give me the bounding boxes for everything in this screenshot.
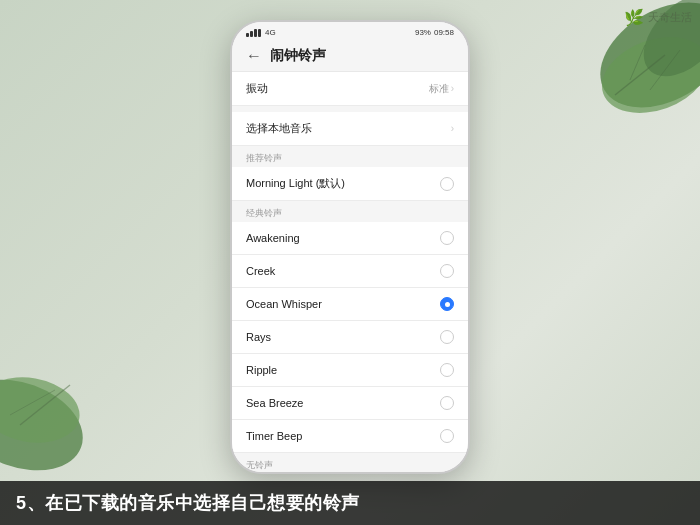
watermark: 🌿 天奇生活 [624, 8, 692, 27]
awakening-label: Awakening [246, 232, 300, 244]
ocean-whisper-radio[interactable] [440, 297, 454, 311]
signal-bar-2 [250, 31, 253, 37]
timer-beep-row[interactable]: Timer Beep [232, 420, 468, 453]
no-ringtone-section-label: 无铃声 [232, 453, 468, 472]
watermark-icon: 🌿 [624, 8, 644, 27]
status-bar: 4G 93% 09:58 [232, 22, 468, 39]
signal-bars [246, 29, 261, 37]
phone: 4G 93% 09:58 ← 闹钟铃声 振动 标准 › [230, 20, 470, 474]
status-left: 4G [246, 28, 276, 37]
rays-radio[interactable] [440, 330, 454, 344]
local-music-chevron: › [451, 123, 454, 134]
back-button[interactable]: ← [246, 47, 262, 65]
signal-bar-3 [254, 29, 257, 37]
rays-row[interactable]: Rays [232, 321, 468, 354]
creek-row[interactable]: Creek [232, 255, 468, 288]
phone-wrapper: 4G 93% 09:58 ← 闹钟铃声 振动 标准 › [230, 20, 470, 474]
local-music-label: 选择本地音乐 [246, 121, 312, 136]
rays-label: Rays [246, 331, 271, 343]
page-title: 闹钟铃声 [270, 47, 326, 65]
vibrate-value-text: 标准 [429, 82, 449, 96]
awakening-row[interactable]: Awakening [232, 222, 468, 255]
subtitle-step: 5 [16, 493, 27, 513]
leaf-top-right-decoration [535, 0, 700, 185]
awakening-radio[interactable] [440, 231, 454, 245]
header: ← 闹钟铃声 [232, 39, 468, 72]
vibrate-row[interactable]: 振动 标准 › [232, 72, 468, 106]
subtitle-text: 、在已下载的音乐中选择自己想要的铃声 [27, 493, 360, 513]
local-music-row[interactable]: 选择本地音乐 › [232, 112, 468, 146]
classic-section-label: 经典铃声 [232, 201, 468, 222]
sea-breeze-label: Sea Breeze [246, 397, 303, 409]
signal-bar-1 [246, 33, 249, 37]
ocean-whisper-row[interactable]: Ocean Whisper [232, 288, 468, 321]
creek-radio[interactable] [440, 264, 454, 278]
subtitle-bar: 5、在已下载的音乐中选择自己想要的铃声 [0, 481, 700, 525]
ringtone-list[interactable]: 振动 标准 › 选择本地音乐 › 推荐铃声 Morning Light (默认)… [232, 72, 468, 472]
vibrate-label: 振动 [246, 81, 268, 96]
ripple-row[interactable]: Ripple [232, 354, 468, 387]
status-right: 93% 09:58 [415, 28, 454, 37]
ocean-whisper-label: Ocean Whisper [246, 298, 322, 310]
sea-breeze-row[interactable]: Sea Breeze [232, 387, 468, 420]
clock: 09:58 [434, 28, 454, 37]
timer-beep-label: Timer Beep [246, 430, 302, 442]
morning-light-row[interactable]: Morning Light (默认) [232, 167, 468, 201]
signal-bar-4 [258, 29, 261, 37]
chevron-right-icon: › [451, 83, 454, 94]
recommended-section-label: 推荐铃声 [232, 146, 468, 167]
ripple-radio[interactable] [440, 363, 454, 377]
morning-light-radio[interactable] [440, 177, 454, 191]
vibrate-value: 标准 › [429, 82, 454, 96]
timer-beep-radio[interactable] [440, 429, 454, 443]
leaf-bottom-left-decoration [0, 315, 130, 475]
creek-label: Creek [246, 265, 275, 277]
battery-percent: 93% [415, 28, 431, 37]
watermark-text: 天奇生活 [648, 10, 692, 25]
ripple-label: Ripple [246, 364, 277, 376]
sea-breeze-radio[interactable] [440, 396, 454, 410]
network-type: 4G [265, 28, 276, 37]
morning-light-label: Morning Light (默认) [246, 176, 345, 191]
